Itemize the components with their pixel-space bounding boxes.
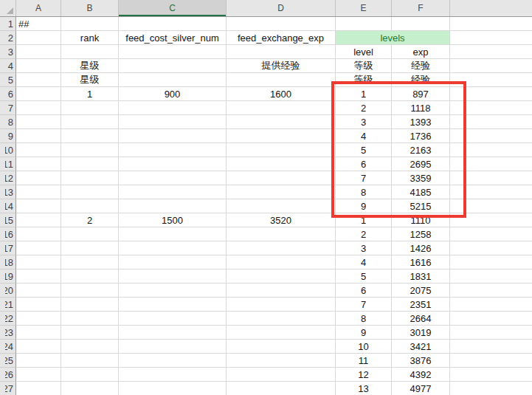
cell-C13[interactable] xyxy=(119,185,227,199)
cell-A19[interactable] xyxy=(16,269,61,284)
cell-G17[interactable] xyxy=(450,241,532,255)
row-header-17[interactable]: 17 xyxy=(0,241,16,255)
cell-B25[interactable] xyxy=(61,354,119,368)
cell-D18[interactable] xyxy=(227,255,336,269)
row-header-27[interactable]: 27 xyxy=(0,382,16,395)
cell-G26[interactable] xyxy=(450,368,532,382)
cell-F8[interactable]: 1393 xyxy=(392,115,450,129)
cell-E22[interactable]: 8 xyxy=(336,312,392,326)
cell-A14[interactable] xyxy=(16,199,61,213)
cell-F26[interactable]: 4392 xyxy=(392,368,450,382)
cell-C19[interactable] xyxy=(119,269,227,284)
row-header-11[interactable]: 11 xyxy=(0,157,16,171)
cell-F17[interactable]: 1426 xyxy=(392,241,450,255)
cell-B15[interactable]: 2 xyxy=(61,213,119,227)
cell-E23[interactable]: 9 xyxy=(336,326,392,340)
cell-G27[interactable] xyxy=(450,382,532,395)
cell-E7[interactable]: 2 xyxy=(336,101,392,115)
cell-B17[interactable] xyxy=(61,241,119,255)
cell-F21[interactable]: 2351 xyxy=(392,298,450,312)
cell-G14[interactable] xyxy=(450,199,532,213)
cell-F4[interactable]: 经验 xyxy=(392,59,450,73)
cell-A18[interactable] xyxy=(16,255,61,269)
cell-D11[interactable] xyxy=(227,157,336,171)
cell-C8[interactable] xyxy=(119,115,227,129)
cell-F25[interactable]: 3876 xyxy=(392,354,450,368)
cell-A6[interactable] xyxy=(16,87,61,101)
cell-E10[interactable]: 5 xyxy=(336,143,392,157)
cell-F16[interactable]: 1258 xyxy=(392,227,450,241)
cell-B2[interactable]: rank xyxy=(61,31,119,45)
cell-G10[interactable] xyxy=(450,143,532,157)
cell-G20[interactable] xyxy=(450,284,532,298)
cell-E24[interactable]: 10 xyxy=(336,340,392,354)
cell-A21[interactable] xyxy=(16,298,61,312)
cell-F22[interactable]: 2664 xyxy=(392,312,450,326)
cell-F20[interactable]: 2075 xyxy=(392,284,450,298)
cell-B13[interactable] xyxy=(61,185,119,199)
cell-B19[interactable] xyxy=(61,269,119,284)
row-header-5[interactable]: 5 xyxy=(0,73,16,87)
cell-D19[interactable] xyxy=(227,269,336,284)
row-header-3[interactable]: 3 xyxy=(0,45,16,59)
cell-G9[interactable] xyxy=(450,129,532,143)
cell-B3[interactable] xyxy=(61,45,119,59)
cell-A16[interactable] xyxy=(16,227,61,241)
cell-G11[interactable] xyxy=(450,157,532,171)
cell-B18[interactable] xyxy=(61,255,119,269)
cell-A15[interactable] xyxy=(16,213,61,227)
cell-D12[interactable] xyxy=(227,171,336,185)
cell-A5[interactable] xyxy=(16,73,61,87)
cell-B22[interactable] xyxy=(61,312,119,326)
cell-D27[interactable] xyxy=(227,382,336,395)
column-header-empty[interactable] xyxy=(450,0,532,16)
cell-B10[interactable] xyxy=(61,143,119,157)
cell-F6[interactable]: 897 xyxy=(392,87,450,101)
cell-D22[interactable] xyxy=(227,312,336,326)
cell-D9[interactable] xyxy=(227,129,336,143)
cell-E26[interactable]: 12 xyxy=(336,368,392,382)
cell-A8[interactable] xyxy=(16,115,61,129)
cell-G4[interactable] xyxy=(450,59,532,73)
cell-C12[interactable] xyxy=(119,171,227,185)
cell-C4[interactable] xyxy=(119,59,227,73)
cell-F10[interactable]: 2163 xyxy=(392,143,450,157)
cell-F1[interactable] xyxy=(392,17,450,31)
cell-D17[interactable] xyxy=(227,241,336,255)
cell-C25[interactable] xyxy=(119,354,227,368)
select-all-corner[interactable] xyxy=(0,0,16,16)
cell-F18[interactable]: 1616 xyxy=(392,255,450,269)
cell-E6[interactable]: 1 xyxy=(336,87,392,101)
row-header-24[interactable]: 24 xyxy=(0,340,16,354)
cell-D10[interactable] xyxy=(227,143,336,157)
row-header-25[interactable]: 25 xyxy=(0,354,16,368)
cell-C11[interactable] xyxy=(119,157,227,171)
cell-A13[interactable] xyxy=(16,185,61,199)
cell-C21[interactable] xyxy=(119,298,227,312)
cell-C22[interactable] xyxy=(119,312,227,326)
cell-E18[interactable]: 4 xyxy=(336,255,392,269)
cell-D6[interactable]: 1600 xyxy=(227,87,336,101)
cell-C24[interactable] xyxy=(119,340,227,354)
cell-E9[interactable]: 4 xyxy=(336,129,392,143)
column-header-C[interactable]: C xyxy=(119,0,227,16)
cell-G13[interactable] xyxy=(450,185,532,199)
cell-G1[interactable] xyxy=(450,17,532,31)
cell-C20[interactable] xyxy=(119,284,227,298)
cell-E11[interactable]: 6 xyxy=(336,157,392,171)
cell-C5[interactable] xyxy=(119,73,227,87)
cell-B9[interactable] xyxy=(61,129,119,143)
cell-D16[interactable] xyxy=(227,227,336,241)
column-header-E[interactable]: E xyxy=(336,0,392,16)
cell-C9[interactable] xyxy=(119,129,227,143)
cell-A12[interactable] xyxy=(16,171,61,185)
cell-A27[interactable] xyxy=(16,382,61,395)
cell-F13[interactable]: 4185 xyxy=(392,185,450,199)
cell-A7[interactable] xyxy=(16,101,61,115)
cell-D25[interactable] xyxy=(227,354,336,368)
cell-A1[interactable]: ## xyxy=(16,17,61,31)
row-header-12[interactable]: 12 xyxy=(0,171,16,185)
cell-G24[interactable] xyxy=(450,340,532,354)
cell-B7[interactable] xyxy=(61,101,119,115)
row-header-8[interactable]: 8 xyxy=(0,115,16,129)
